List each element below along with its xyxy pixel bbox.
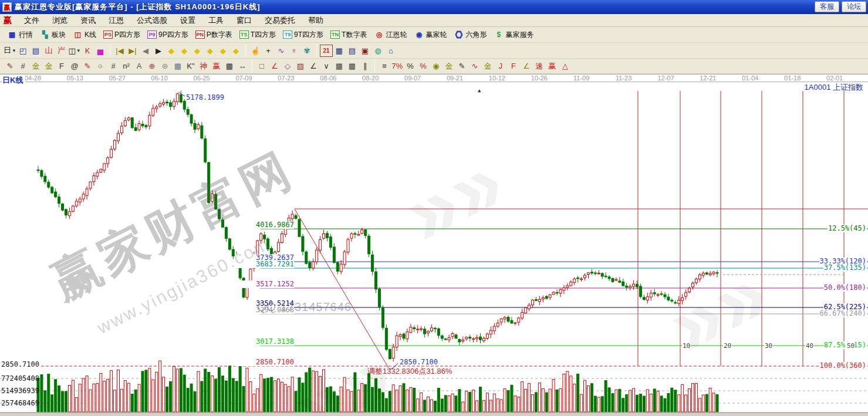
t-square-button[interactable]: TST四方形 — [236, 29, 279, 41]
marker-pen-tool[interactable]: ✎ — [81, 60, 94, 72]
menu-item-公式选股[interactable]: 公式选股 — [130, 14, 174, 27]
p-square-button[interactable]: PSP四方形 — [100, 29, 144, 41]
gann-wheel-button[interactable]: ◎江恩轮 — [370, 29, 410, 41]
first-bar-button[interactable]: |◀ — [113, 45, 126, 57]
f-angle-tool[interactable]: F — [507, 60, 520, 72]
calculator-button[interactable]: ▦ — [333, 45, 346, 57]
wave-tool[interactable]: ∿ — [468, 60, 481, 72]
f-grid-tool[interactable]: F — [55, 60, 68, 72]
n-square-tool[interactable]: n² — [120, 60, 133, 72]
menu-item-设置[interactable]: 设置 — [174, 14, 202, 27]
9p-square-button[interactable]: P99P四方形 — [144, 29, 192, 41]
hexagon-button[interactable]: 六角形 — [450, 29, 490, 41]
j-angle-tool[interactable]: J — [494, 60, 507, 72]
gold-grid-tool[interactable]: 金 — [29, 60, 42, 72]
next-bar-button[interactable]: ▶ — [152, 45, 165, 57]
ying-angle-tool[interactable]: 赢 — [546, 60, 559, 72]
percent-tool[interactable]: % — [404, 60, 417, 72]
grid-box-tool[interactable]: ▦ — [333, 60, 346, 72]
menu-item-窗口[interactable]: 窗口 — [230, 14, 258, 27]
menu-item-工具[interactable]: 工具 — [202, 14, 230, 27]
pen2-tool[interactable]: ✎ — [455, 60, 468, 72]
seven-pct-tool[interactable]: 7% — [391, 60, 404, 72]
angle-a-tool[interactable]: A — [133, 60, 146, 72]
pan-right-diamond-button[interactable]: ◆ — [178, 45, 191, 57]
last-bar-button[interactable]: ▶| — [126, 45, 139, 57]
box-tool[interactable]: □ — [255, 60, 268, 72]
chart-area[interactable]: »» »» »» 赢家财富网 www.yingjia360.com QQ:173… — [0, 82, 868, 412]
ma3-icon[interactable]: 山 — [42, 45, 55, 57]
menu-item-江恩[interactable]: 江恩 — [102, 14, 130, 27]
four-angle-tool[interactable]: △ — [559, 60, 572, 72]
zigzag-tool[interactable]: ∨ — [320, 60, 333, 72]
fan-grid-tool[interactable]: ▨ — [294, 60, 307, 72]
shape-tool-button[interactable]: ♆ — [288, 45, 300, 57]
notes-button[interactable]: ▤ — [346, 45, 359, 57]
candle-body — [329, 237, 332, 248]
menu-item-交易委托[interactable]: 交易委托 — [258, 14, 302, 27]
grid-lines-tool[interactable]: # — [16, 60, 29, 72]
menu-item-文件[interactable]: 文件 — [18, 14, 46, 27]
winner-wheel-button[interactable]: ◉赢家轮 — [410, 29, 450, 41]
9t-square-button[interactable]: T99T四方形 — [279, 29, 327, 41]
expand-h-diamond-button[interactable]: ◆ — [191, 45, 204, 57]
trendline-tool-button[interactable]: ∿ — [275, 45, 288, 57]
gann-fan-tool[interactable]: ∠ — [268, 60, 281, 72]
winner-service-button[interactable]: $赢家服务 — [490, 29, 537, 41]
cycle-clock-tool[interactable]: ○ — [94, 60, 107, 72]
volume-bar — [417, 399, 419, 412]
parallel-lines-tool[interactable]: ∥ — [359, 60, 371, 72]
ma9-icon[interactable]: 屵 — [55, 45, 68, 57]
k-quote-tool[interactable]: K" — [184, 60, 197, 72]
menu-item-帮助[interactable]: 帮助 — [302, 14, 330, 27]
calendar-button[interactable]: 21 — [320, 45, 333, 57]
quotes-button[interactable]: ▦行情 — [4, 29, 36, 41]
h-measure-tool[interactable]: ↔ — [236, 60, 249, 72]
gold-slope-tool[interactable]: ∠ — [520, 60, 533, 72]
hash-tool[interactable]: # — [107, 60, 120, 72]
grid-circle-tool[interactable]: ▦ — [171, 60, 184, 72]
gold-circle-tool[interactable]: ◉ — [430, 60, 443, 72]
shrink-h-diamond-button[interactable]: ◆ — [204, 45, 217, 57]
percent-lines-tool[interactable]: % — [417, 60, 430, 72]
gold-angle-tool[interactable]: 金 — [481, 60, 494, 72]
star-circle-tool[interactable]: ⊛ — [158, 60, 171, 72]
fan-polygon-tool[interactable]: ◇ — [281, 60, 294, 72]
p-table-button[interactable]: PNP数字表 — [192, 29, 236, 41]
save-button[interactable]: ▣ — [359, 45, 371, 57]
gann-circle-tool[interactable]: ⊕ — [146, 60, 158, 72]
draw-pen-tool[interactable]: ✎ — [4, 60, 16, 72]
red-k-icon[interactable]: K — [81, 45, 94, 57]
spiral-tool[interactable]: @ — [68, 60, 81, 72]
ratio-bars-tool[interactable]: ≡ — [378, 60, 391, 72]
shrink-all-diamond-button[interactable]: ◆ — [229, 45, 242, 57]
sectors-button[interactable]: ▚板块 — [36, 29, 69, 41]
menu-item-浏览[interactable]: 浏览 — [46, 14, 74, 27]
prev-bar-button[interactable]: ◀ — [139, 45, 152, 57]
export-button[interactable]: ◍ — [371, 45, 384, 57]
t-table-button[interactable]: TNT数字表 — [327, 29, 370, 41]
info-panel-icon[interactable]: ▤ — [29, 45, 42, 57]
gold-grid2-tool[interactable]: 金 — [42, 60, 55, 72]
customer-service-button[interactable]: 客服 — [815, 1, 839, 12]
menu-item-资讯[interactable]: 资讯 — [74, 14, 102, 27]
workstation-button[interactable]: ⌂ — [384, 45, 397, 57]
hand-tool-button[interactable]: ☝ — [249, 45, 262, 57]
period-day-selector[interactable]: 日 ▼ — [4, 45, 16, 57]
region-zoom-icon[interactable]: ◰ — [16, 45, 29, 57]
forum-button[interactable]: 论坛 — [842, 1, 866, 12]
gold-lines-tool[interactable]: 金 — [443, 60, 455, 72]
speed-line-tool[interactable]: 速 — [533, 60, 546, 72]
color-histogram-icon[interactable]: ▅ — [94, 45, 107, 57]
kline-button[interactable]: ◫K线 — [69, 29, 100, 41]
grid-box2-tool[interactable]: ▦ — [346, 60, 359, 72]
angle-lines-tool[interactable]: ∠ — [307, 60, 320, 72]
shen-tool[interactable]: 神 — [197, 60, 210, 72]
candle-style-selector[interactable]: ◫ ▼ — [68, 45, 81, 57]
dense-grid-tool[interactable]: ▦ — [223, 60, 236, 72]
analysis-tool-button[interactable]: ✾ — [300, 45, 313, 57]
ying-tool[interactable]: 赢 — [210, 60, 223, 72]
crosshair-tool-button[interactable]: + — [262, 45, 275, 57]
expand-all-diamond-button[interactable]: ◆ — [217, 45, 229, 57]
pan-left-diamond-button[interactable]: ◆ — [165, 45, 178, 57]
